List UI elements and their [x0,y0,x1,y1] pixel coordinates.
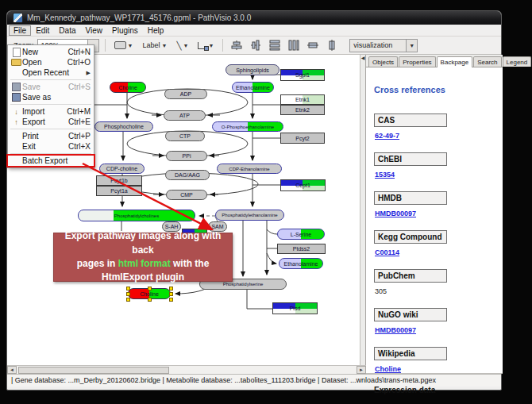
common-width-button[interactable] [305,38,321,53]
menu-separator [10,104,91,105]
node-choline-top[interactable]: Choline [110,82,146,93]
selection-handle[interactable] [126,292,130,296]
selection-handle[interactable] [126,287,130,290]
tab-backpage[interactable]: Backpage [437,56,473,67]
chevron-down-icon[interactable]: ▼ [128,43,133,48]
menu-plugins[interactable]: Plugins [107,25,143,36]
ref-value: 305 [375,287,495,295]
status-text: | Gene database: ...m_Derby_20120602.bri… [11,376,436,384]
file-menu-item-save-as[interactable]: Save as [8,92,94,102]
node-sgpl1[interactable]: Sgpl1 [280,69,325,81]
tab-objects[interactable]: Objects [368,56,398,67]
node-choline-selected[interactable]: Choline [128,288,171,299]
scroll-right-icon[interactable]: ► [357,366,366,374]
no-icon [10,142,22,151]
node-ethanolamine-top[interactable]: Ethanolamine [232,82,274,93]
node-pisd[interactable]: Pisd [272,302,318,314]
chevron-down-icon[interactable]: ▼ [406,40,417,52]
node-pcyt2[interactable]: Pcyt2 [280,133,325,144]
file-menu-item-batch-export[interactable]: Batch Export [8,156,94,166]
file-menu-item-import[interactable]: ↓ImportCtrl+M [8,106,94,117]
node-phosphatidylethanolamine[interactable]: Phosphatidylethanolamine [215,210,284,221]
node-etnk2[interactable]: Etnk2 [280,105,325,115]
save-as-icon [10,93,22,102]
file-menu-item-exit[interactable]: ExitCtrl+X [8,141,94,152]
node-cdp-ethanolamine[interactable]: CDP-Ethanolamine [217,164,282,174]
scroll-left-icon[interactable]: ◄ [7,366,17,374]
node-cept1[interactable]: Cept1 [280,179,326,191]
ref-link[interactable]: HMDB00097 [375,326,495,334]
menu-view[interactable]: View [80,25,107,36]
scrollbar-thumb[interactable] [18,367,169,374]
selection-handle[interactable] [169,292,173,296]
node-phosphatidylcholines[interactable]: Phosphatidylcholines [78,210,195,221]
menu-edit[interactable]: Edit [31,25,54,36]
no-icon [10,68,22,77]
menu-data[interactable]: Data [54,25,80,36]
file-menu-item-label: Export [22,117,65,126]
node-ppi[interactable]: PPi [166,151,207,161]
chevron-down-icon[interactable]: ▼ [183,43,188,48]
ref-link[interactable]: 15354 [375,171,495,179]
node-pcyt1a[interactable]: Pcyt1a [96,186,142,196]
file-menu-shortcut: Ctrl+N [67,48,91,56]
chevron-down-icon[interactable]: ▼ [208,43,214,48]
node-ethanolamine-bottom[interactable]: Ethanolamine [279,258,323,269]
ref-link[interactable]: HMDB00097 [375,210,495,217]
align-center-y-button[interactable] [248,38,264,53]
tab-legend[interactable]: Legend [503,56,532,67]
ref-link[interactable]: C00114 [375,248,495,256]
menu-help[interactable]: Help [143,25,169,36]
datanode-tool-button[interactable]: ▼ [111,38,137,53]
toolbar-separator [222,39,223,52]
selection-handle[interactable] [169,287,173,290]
file-menu-item-new[interactable]: NewCtrl+N [8,47,94,57]
selection-handle[interactable] [148,298,152,302]
distribute-vertical-button[interactable] [267,38,283,53]
ref-source-cas: CAS [374,114,447,127]
ref-source-wikipedia: Wikipedia [374,347,447,360]
file-menu-item-open-recent[interactable]: Open Recent▶ [8,67,94,78]
common-height-button[interactable] [324,38,340,53]
chevron-down-icon[interactable]: ▼ [161,43,167,48]
node-phosphocholine[interactable]: Phosphocholine [94,121,153,132]
file-menu-item-export[interactable]: ↑ExportCtrl+E [8,117,94,127]
node-label: Pcyt1a [110,188,127,194]
selection-handle[interactable] [126,298,130,302]
file-menu-item-open[interactable]: OpenCtrl+O [8,57,94,67]
ref-link[interactable]: 62-49-7 [375,132,495,140]
connector-tool-button[interactable]: ▼ [195,38,217,53]
node-ctp[interactable]: CTP [165,131,205,141]
file-menu-item-save[interactable]: SaveCtrl+S [8,82,94,92]
distribute-horizontal-button[interactable] [286,38,302,53]
file-menu-item-print[interactable]: PrintCtrl+P [8,131,94,141]
line-tool-button[interactable]: ╲ ▼ [173,38,191,53]
menu-file[interactable]: File [9,25,31,36]
annotation-highlight: html format [118,258,171,269]
align-center-x-button[interactable] [229,38,245,53]
import-icon: ↓ [10,107,22,116]
node-l-serine[interactable]: L-Serine [277,229,325,240]
node-cmp[interactable]: CMP [166,190,207,200]
selection-handle[interactable] [148,287,152,290]
node-sphingolipids[interactable]: Sphingolipids [226,64,279,75]
node-dag-aag[interactable]: DAG/AAG [165,170,210,180]
node-cdp-choline[interactable]: CDP-choline [99,164,145,174]
node-adp[interactable]: ADP [164,89,207,99]
visualization-combobox[interactable]: visualization ▼ [349,39,418,52]
node-etnk1[interactable]: Etnk1 [280,94,325,105]
panel-splitter[interactable]: ◀ [360,55,366,374]
panel-collapse-arrow[interactable]: ◀ [361,56,365,60]
label-tool-button[interactable]: Label ▼ [139,38,170,53]
horizontal-scrollbar[interactable]: ◄ ► [7,365,366,374]
tab-search[interactable]: Search [473,56,501,67]
node-ptdss2[interactable]: Ptdss2 [277,244,326,254]
node-o-phosphoethanolamine[interactable]: O-Phosphoethanolamine [212,121,283,132]
backpage-content: Cross references CAS62-49-7ChEBI15354HMD… [366,67,503,394]
ref-link[interactable]: Choline [375,365,495,373]
selection-handle[interactable] [169,298,173,302]
node-pcyt1b[interactable]: Pcyt1b [96,175,142,186]
tab-properties[interactable]: Properties [399,56,435,67]
annotation-line-1: Export pathway images along with back [54,229,232,257]
node-atp[interactable]: ATP [164,110,206,121]
